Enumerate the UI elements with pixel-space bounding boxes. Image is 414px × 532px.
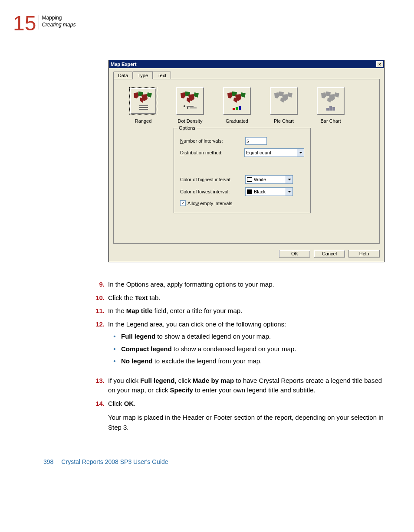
- close-icon[interactable]: ×: [376, 61, 383, 67]
- allow-empty-checkbox[interactable]: ✓: [180, 200, 186, 206]
- page-number: 398: [43, 458, 53, 465]
- graduated-label: Graduated: [221, 118, 253, 124]
- step-paragraph: Your map is placed in the Header or Foot…: [108, 413, 384, 432]
- dot-density-label: Dot Density: [174, 118, 206, 124]
- num-intervals-input[interactable]: [245, 137, 267, 145]
- tab-text[interactable]: Text: [153, 72, 171, 79]
- highest-color-label: Color of highest interval:: [180, 177, 245, 182]
- dialog-titlebar: Map Expert ×: [109, 60, 384, 68]
- page-header: 15 Mapping Creating maps: [13, 13, 384, 34]
- footer-title: Crystal Reports 2008 SP3 User's Guide: [61, 458, 168, 465]
- bullet-text: No legend to exclude the legend from you…: [121, 356, 262, 366]
- cancel-button[interactable]: Cancel: [314, 250, 345, 258]
- bar-chart-label: Bar Chart: [315, 118, 346, 124]
- options-group: Options Number of intervals: Distributio…: [174, 128, 311, 213]
- step-text: Click OK.: [108, 399, 384, 409]
- ranged-label: Ranged: [128, 118, 159, 124]
- bullet-text: Compact legend to show a condensed legen…: [121, 344, 296, 354]
- ok-button[interactable]: OK: [279, 250, 310, 258]
- step-list: 9. In the Options area, apply formatting…: [93, 280, 384, 437]
- bullet-icon: •: [108, 356, 121, 366]
- bar-chart-type-button[interactable]: [317, 87, 345, 115]
- lowest-color-select[interactable]: Black: [245, 187, 293, 196]
- page-footer: 398Crystal Reports 2008 SP3 User's Guide: [43, 458, 384, 465]
- header-subtopic: Creating maps: [42, 22, 76, 29]
- pie-chart-label: Pie Chart: [268, 118, 299, 124]
- allow-empty-label: Allow empty intervals: [187, 201, 232, 206]
- black-swatch-icon: [247, 189, 252, 194]
- tab-type[interactable]: Type: [133, 71, 153, 79]
- step-number: 14.: [93, 399, 108, 437]
- options-legend: Options: [177, 125, 197, 131]
- dialog-title: Map Expert: [111, 62, 376, 67]
- step-number: 13.: [93, 376, 108, 395]
- ranged-type-button[interactable]: [129, 87, 157, 115]
- chevron-down-icon: [297, 149, 304, 157]
- chevron-down-icon: [286, 188, 292, 196]
- chapter-number: 15: [13, 13, 36, 34]
- highest-color-select[interactable]: White: [245, 175, 293, 184]
- bullet-icon: •: [108, 332, 121, 342]
- tab-panel-type: Ranged Dot Density G: [113, 79, 380, 244]
- step-number: 12.: [93, 320, 108, 372]
- bullet-icon: •: [108, 344, 121, 354]
- step-number: 11.: [93, 306, 108, 316]
- header-divider: [39, 15, 39, 29]
- graduated-type-button[interactable]: [223, 87, 251, 115]
- dist-method-select[interactable]: Equal count: [244, 148, 304, 157]
- tab-data[interactable]: Data: [113, 72, 133, 79]
- header-topic: Mapping: [42, 15, 76, 22]
- step-number: 9.: [93, 280, 108, 290]
- step-number: 10.: [93, 293, 108, 303]
- chevron-down-icon: [286, 176, 292, 183]
- help-button[interactable]: Help: [348, 250, 380, 258]
- dot-density-type-button[interactable]: [176, 87, 204, 115]
- bullet-text: Full legend to show a detailed legend on…: [121, 332, 271, 342]
- pie-chart-type-button[interactable]: [270, 87, 298, 115]
- map-expert-dialog: Map Expert × Data Type Text Ranged: [108, 60, 384, 262]
- step-text: In the Options area, apply formatting op…: [108, 280, 384, 290]
- lowest-color-label: Color of lowest interval:: [180, 189, 245, 194]
- step-text: In the Legend area, you can click one of…: [108, 320, 384, 330]
- step-text: If you click Full legend, click Made by …: [108, 376, 384, 395]
- dist-method-label: Distribution method:: [180, 150, 244, 155]
- num-intervals-label: Number of intervals:: [180, 138, 245, 144]
- tab-bar: Data Type Text: [113, 72, 380, 79]
- step-text: Click the Text tab.: [108, 293, 384, 303]
- white-swatch-icon: [247, 177, 252, 182]
- step-text: In the Map title field, enter a title fo…: [108, 306, 384, 316]
